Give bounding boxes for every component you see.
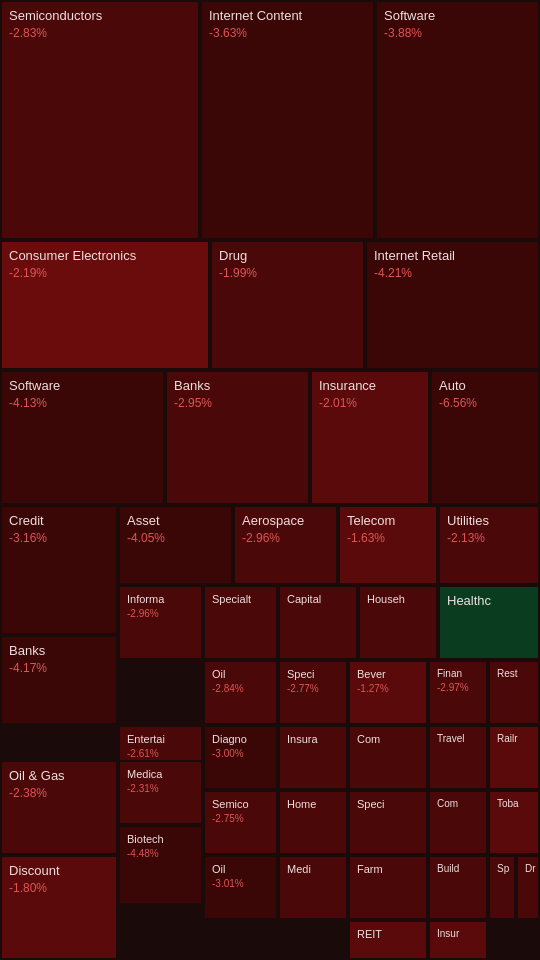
cell-label-internet-content: Internet Content	[209, 8, 302, 24]
cell-value-informa: -2.96%	[127, 608, 159, 619]
cell-label-reit: REIT	[357, 928, 382, 941]
cell-label-discount: Discount	[9, 863, 60, 879]
cell-label-aerospace: Aerospace	[242, 513, 304, 529]
cell-label-medi: Medi	[287, 863, 311, 876]
cell-farm[interactable]: Farm	[348, 855, 428, 920]
cell-telecom[interactable]: Telecom-1.63%	[338, 505, 438, 585]
cell-reit[interactable]: REIT	[348, 920, 428, 960]
cell-finan[interactable]: Finan-2.97%	[428, 660, 488, 725]
cell-speci-small[interactable]: Speci-2.77%	[278, 660, 348, 725]
cell-banks-left[interactable]: Banks-4.17%	[0, 635, 118, 725]
cell-value-discount: -1.80%	[9, 881, 47, 895]
cell-insurance[interactable]: Insurance-2.01%	[310, 370, 430, 505]
cell-medi[interactable]: Medi	[278, 855, 348, 920]
cell-consumer-electronics[interactable]: Consumer Electronics-2.19%	[0, 240, 210, 370]
cell-label-speci2: Speci	[357, 798, 385, 811]
cell-credit[interactable]: Credit-3.16%	[0, 505, 118, 635]
cell-value-consumer-electronics: -2.19%	[9, 266, 47, 280]
cell-label-informa: Informa	[127, 593, 164, 606]
cell-label-drug: Drug	[219, 248, 247, 264]
cell-value-oil2: -3.01%	[212, 878, 244, 889]
cell-value-asset: -4.05%	[127, 531, 165, 545]
cell-internet-retail[interactable]: Internet Retail-4.21%	[365, 240, 540, 370]
cell-label-build: Build	[437, 863, 459, 875]
treemap: Semiconductors-2.83%Internet Content-3.6…	[0, 0, 540, 960]
cell-value-drug: -1.99%	[219, 266, 257, 280]
cell-value-credit: -3.16%	[9, 531, 47, 545]
cell-internet-content[interactable]: Internet Content-3.63%	[200, 0, 375, 240]
cell-label-healthc: Healthc	[447, 593, 491, 609]
cell-label-banks: Banks	[174, 378, 210, 394]
cell-label-consumer-electronics: Consumer Electronics	[9, 248, 136, 264]
cell-railr[interactable]: Railr	[488, 725, 540, 790]
cell-semico[interactable]: Semico-2.75%	[203, 790, 278, 855]
cell-value-bever: -1.27%	[357, 683, 389, 694]
cell-semiconductors[interactable]: Semiconductors-2.83%	[0, 0, 200, 240]
cell-auto[interactable]: Auto-6.56%	[430, 370, 540, 505]
cell-label-software-mid: Software	[9, 378, 60, 394]
cell-asset[interactable]: Asset-4.05%	[118, 505, 233, 585]
cell-label-farm: Farm	[357, 863, 383, 876]
cell-home[interactable]: Home	[278, 790, 348, 855]
cell-healthc[interactable]: Healthc	[438, 585, 540, 660]
cell-label-rest: Rest	[497, 668, 518, 680]
cell-label-oil2: Oil	[212, 863, 225, 876]
cell-value-software-mid: -4.13%	[9, 396, 47, 410]
cell-oil2[interactable]: Oil-3.01%	[203, 855, 278, 920]
cell-sp[interactable]: Sp	[488, 855, 516, 920]
cell-value-diagno: -3.00%	[212, 748, 244, 759]
cell-househ[interactable]: Househ	[358, 585, 438, 660]
cell-drug[interactable]: Drug-1.99%	[210, 240, 365, 370]
cell-software-mid[interactable]: Software-4.13%	[0, 370, 165, 505]
cell-label-semico: Semico	[212, 798, 249, 811]
cell-label-utilities: Utilities	[447, 513, 489, 529]
cell-label-com: Com	[357, 733, 380, 746]
cell-build[interactable]: Build	[428, 855, 488, 920]
cell-value-aerospace: -2.96%	[242, 531, 280, 545]
cell-discount[interactable]: Discount-1.80%	[0, 855, 118, 960]
cell-value-telecom: -1.63%	[347, 531, 385, 545]
cell-label-speci-small: Speci	[287, 668, 315, 681]
cell-specialt[interactable]: Specialt	[203, 585, 278, 660]
cell-value-banks: -2.95%	[174, 396, 212, 410]
cell-com[interactable]: Com	[348, 725, 428, 790]
cell-label-dr: Dr	[525, 863, 536, 875]
cell-label-telecom: Telecom	[347, 513, 395, 529]
cell-insura-small[interactable]: Insura	[278, 725, 348, 790]
cell-label-capital: Capital	[287, 593, 321, 606]
cell-label-com2: Com	[437, 798, 458, 810]
cell-banks[interactable]: Banks-2.95%	[165, 370, 310, 505]
cell-label-credit: Credit	[9, 513, 44, 529]
cell-label-finan: Finan	[437, 668, 462, 680]
cell-aerospace[interactable]: Aerospace-2.96%	[233, 505, 338, 585]
cell-rest[interactable]: Rest	[488, 660, 540, 725]
cell-oil-gas[interactable]: Oil & Gas-2.38%	[0, 760, 118, 855]
cell-travel[interactable]: Travel	[428, 725, 488, 790]
cell-label-oil-gas: Oil & Gas	[9, 768, 65, 784]
cell-label-insura-small: Insura	[287, 733, 318, 746]
cell-toba[interactable]: Toba	[488, 790, 540, 855]
cell-label-medica: Medica	[127, 768, 162, 781]
cell-value-insurance: -2.01%	[319, 396, 357, 410]
cell-oil-mid[interactable]: Oil-2.84%	[203, 660, 278, 725]
cell-diagno[interactable]: Diagno-3.00%	[203, 725, 278, 790]
cell-label-specialt: Specialt	[212, 593, 251, 606]
cell-medica[interactable]: Medica-2.31%	[118, 760, 203, 825]
cell-value-banks-left: -4.17%	[9, 661, 47, 675]
cell-com2[interactable]: Com	[428, 790, 488, 855]
cell-utilities[interactable]: Utilities-2.13%	[438, 505, 540, 585]
cell-value-utilities: -2.13%	[447, 531, 485, 545]
cell-insur2[interactable]: Insur	[428, 920, 488, 960]
cell-bever[interactable]: Bever-1.27%	[348, 660, 428, 725]
cell-software-top[interactable]: Software-3.88%	[375, 0, 540, 240]
cell-value-semiconductors: -2.83%	[9, 26, 47, 40]
cell-label-toba: Toba	[497, 798, 519, 810]
cell-label-home: Home	[287, 798, 316, 811]
cell-dr[interactable]: Dr	[516, 855, 540, 920]
cell-label-banks-left: Banks	[9, 643, 45, 659]
cell-informa[interactable]: Informa-2.96%	[118, 585, 203, 660]
cell-speci2[interactable]: Speci	[348, 790, 428, 855]
cell-biotech[interactable]: Biotech-4.48%	[118, 825, 203, 905]
cell-label-diagno: Diagno	[212, 733, 247, 746]
cell-capital[interactable]: Capital	[278, 585, 358, 660]
